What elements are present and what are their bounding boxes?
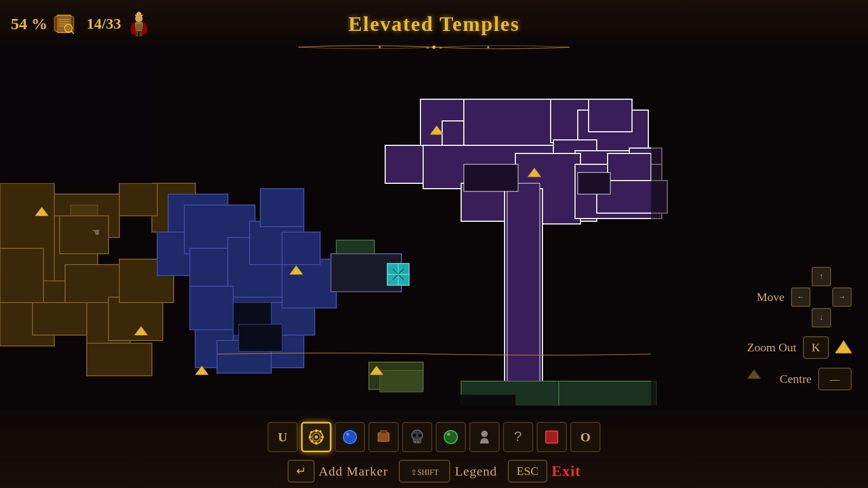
svg-point-133	[447, 433, 450, 436]
svg-rect-116	[309, 436, 311, 438]
hotbar-slot-item[interactable]	[368, 422, 399, 452]
kill-stat: 14/33	[87, 10, 153, 37]
svg-rect-114	[315, 429, 317, 432]
hotbar-slot-gear[interactable]	[301, 422, 331, 452]
dpad-empty-tr	[832, 267, 852, 286]
svg-rect-15	[136, 31, 138, 36]
blue-orb-icon	[341, 428, 359, 446]
dpad-empty-br	[832, 308, 852, 328]
legend-label: Legend	[455, 464, 497, 479]
legend-btn[interactable]: ⇧SHIFT Legend	[399, 460, 497, 483]
svg-rect-68	[589, 99, 632, 132]
exit-label: Exit	[552, 463, 581, 480]
svg-rect-55	[239, 324, 282, 351]
kill-fraction: 14/33	[87, 15, 122, 33]
bottom-ornament-svg	[217, 351, 651, 357]
dpad-up[interactable]: ↑	[812, 267, 831, 286]
svg-point-134	[481, 431, 488, 437]
hotbar-slot-green-orb[interactable]	[436, 422, 466, 452]
svg-point-128	[413, 434, 416, 437]
svg-rect-107	[136, 395, 515, 406]
dpad-down[interactable]: ↓	[812, 308, 831, 328]
controls-panel: Move ↑ ← → ↓ Zoom Out K Centre —	[747, 267, 852, 390]
svg-rect-110	[841, 348, 846, 353]
svg-point-12	[135, 15, 143, 22]
completion-percent: 54 %	[11, 15, 48, 33]
add-marker-label: Add Marker	[319, 464, 388, 479]
hotbar-slot-blue-orb[interactable]	[335, 422, 365, 452]
svg-point-19	[487, 46, 489, 48]
green-orb-icon	[442, 428, 459, 446]
svg-rect-131	[417, 441, 419, 443]
svg-rect-27	[60, 216, 108, 254]
hotbar: U	[267, 422, 601, 452]
svg-rect-50	[282, 259, 336, 308]
centre-label: Centre	[780, 372, 812, 386]
stats-area: 54 % 14/33	[0, 10, 152, 37]
svg-rect-37	[119, 183, 157, 216]
svg-rect-105	[217, 48, 380, 97]
svg-rect-45	[260, 189, 304, 227]
svg-rect-135	[546, 431, 558, 443]
centre-key[interactable]: —	[818, 368, 852, 390]
hotbar-slot-o[interactable]: O	[570, 422, 601, 452]
svg-point-18	[379, 46, 381, 48]
zoom-out-label: Zoom Out	[747, 341, 796, 355]
svg-rect-106	[0, 48, 152, 183]
hotbar-slot-u[interactable]: U	[267, 422, 298, 452]
svg-rect-115	[315, 442, 317, 445]
svg-rect-83	[578, 172, 610, 194]
svg-rect-51	[282, 232, 320, 265]
add-marker-btn[interactable]: ↵ Add Marker	[288, 460, 388, 483]
hotbar-slot-red[interactable]	[537, 422, 567, 452]
svg-rect-100	[435, 131, 439, 134]
title-area: Elevated Temples	[348, 0, 520, 48]
svg-point-132	[444, 431, 457, 444]
dpad: ↑ ← → ↓	[791, 267, 852, 328]
top-bar: 54 % 14/33	[0, 0, 868, 48]
exit-key[interactable]: ESC	[508, 460, 547, 483]
ornament-svg: ❧ ❧ ❧	[298, 43, 570, 52]
svg-rect-16	[139, 31, 142, 36]
dpad-left[interactable]: ←	[791, 287, 810, 307]
svg-rect-125	[380, 431, 387, 434]
hotbar-slot-question[interactable]: ?	[503, 422, 533, 452]
svg-rect-92	[139, 332, 143, 335]
dpad-empty-tl	[791, 267, 810, 286]
svg-point-122	[343, 431, 356, 444]
character-icon	[125, 10, 152, 37]
action-bar: ↵ Add Marker ⇧SHIFT Legend ESC Exit	[288, 460, 581, 483]
gear-icon	[307, 427, 326, 447]
svg-point-9	[66, 26, 71, 30]
move-row: Move ↑ ← → ↓	[747, 267, 852, 328]
scroll-icon	[52, 12, 76, 36]
svg-rect-94	[200, 371, 204, 375]
dpad-center	[812, 287, 831, 307]
item-icon	[375, 428, 392, 446]
hotbar-slot-skull[interactable]	[402, 422, 432, 452]
level-title: Elevated Temples	[348, 12, 520, 35]
legend-key[interactable]: ⇧SHIFT	[399, 460, 450, 483]
svg-rect-96	[294, 271, 298, 274]
svg-rect-117	[321, 436, 324, 438]
dpad-right[interactable]: →	[832, 287, 852, 307]
centre-row: Centre —	[747, 368, 852, 390]
zoom-temple-icon	[835, 339, 852, 356]
svg-marker-14	[135, 22, 143, 24]
svg-rect-81	[507, 183, 540, 395]
zoom-row: Zoom Out K	[747, 336, 852, 359]
svg-rect-87	[380, 370, 423, 392]
dpad-empty-bl	[791, 308, 810, 328]
hotbar-slot-person[interactable]	[469, 422, 500, 452]
svg-rect-102	[532, 174, 537, 177]
title-ornament: ❧ ❧ ❧	[0, 44, 868, 50]
svg-rect-98	[374, 371, 379, 375]
zoom-out-key[interactable]: K	[803, 336, 829, 359]
svg-rect-33	[87, 343, 152, 376]
svg-point-113	[315, 435, 318, 439]
svg-text:❧ ❧ ❧: ❧ ❧ ❧	[426, 45, 442, 51]
add-marker-key[interactable]: ↵	[288, 460, 315, 483]
svg-rect-89	[40, 213, 44, 216]
exit-btn[interactable]: ESC Exit	[508, 460, 580, 483]
red-square-icon	[544, 429, 559, 445]
